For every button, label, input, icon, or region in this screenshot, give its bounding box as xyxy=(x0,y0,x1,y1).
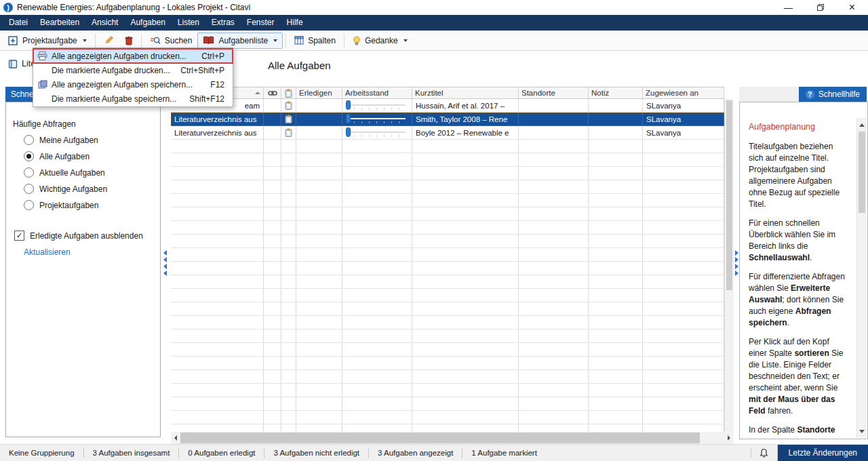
column-header-zugewiesen[interactable]: Zugewiesen an xyxy=(643,87,724,98)
add-task-icon xyxy=(8,36,18,45)
menubar-item-extras[interactable]: Extras xyxy=(205,15,241,31)
help-question-icon: ? xyxy=(806,90,814,99)
citavi-window: ) Renewable Energies: Aufgabenplanung - … xyxy=(0,0,868,461)
menubar-item-datei[interactable]: Datei xyxy=(3,15,34,31)
slider-thumb[interactable] xyxy=(346,100,351,110)
menu-item-alle-speichern[interactable]: Alle angezeigten Aufgaben speichern... F… xyxy=(33,77,233,92)
table-header: Erledigen Arbeitsstand Kurztitel Standor… xyxy=(171,87,724,99)
bell-icon xyxy=(760,448,768,458)
menubar-item-listen[interactable]: Listen xyxy=(172,15,205,31)
progress-slider[interactable] xyxy=(342,126,412,139)
scroll-right-arrow[interactable] xyxy=(724,432,734,444)
suchen-button[interactable]: Suchen xyxy=(144,33,198,49)
menu-item-markierte-speichern[interactable]: Die markierte Aufgabe speichern... Shift… xyxy=(33,92,233,106)
aufgabenliste-button[interactable]: Aufgabenliste xyxy=(197,33,283,49)
menubar-item-ansicht[interactable]: Ansicht xyxy=(85,15,124,31)
status-markiert: 1 Aufgabe markiert xyxy=(462,449,546,457)
scroll-left-arrow[interactable] xyxy=(171,432,180,444)
menu-item-alle-drucken[interactable]: Alle angezeigten Aufgaben drucken... Ctr… xyxy=(33,49,233,63)
vertical-scrollbar[interactable] xyxy=(724,99,734,432)
menubar-item-hilfe[interactable]: Hilfe xyxy=(281,15,309,31)
status-gruppierung: Keine Gruppierung xyxy=(0,449,83,457)
shortcut-label: F12 xyxy=(210,80,224,89)
close-button[interactable]: × xyxy=(836,0,868,15)
radio-projektaufgaben[interactable]: Projektaufgaben xyxy=(24,200,160,210)
spalten-button[interactable]: Spalten xyxy=(289,33,341,49)
toolbar-separator xyxy=(285,34,286,47)
shortcut-label: Shift+F12 xyxy=(189,94,224,104)
sort-ascending-icon xyxy=(255,92,260,94)
table-row[interactable]: Literaturverzeichnis aus Smith, Taylor 2… xyxy=(171,113,724,126)
menu-bar: Datei Bearbeiten Ansicht Aufgaben Listen… xyxy=(0,15,868,31)
column-header-standorte[interactable]: Standorte xyxy=(519,87,589,98)
clipboard-icon xyxy=(285,128,292,137)
help-paragraph: Titelaufgaben beziehen sich auf einzelne… xyxy=(749,141,847,210)
right-splitter-handle[interactable] xyxy=(735,250,738,276)
menubar-item-bearbeiten[interactable]: Bearbeiten xyxy=(34,15,85,31)
group-label: Häufige Abfragen xyxy=(13,119,160,129)
help-title: Aufgabenplanung xyxy=(749,121,847,134)
column-header-erledigen[interactable]: Erledigen xyxy=(296,87,342,98)
schnellauswahl-panel: Häufige Abfragen Meine Aufgaben Alle Auf… xyxy=(5,102,161,437)
scrollbar-thumb[interactable] xyxy=(180,433,700,443)
table-row[interactable]: eam Hussain, Arif et al. 2017 – SLavanya xyxy=(171,99,724,113)
clipboard-icon xyxy=(285,115,292,123)
toolbar-separator xyxy=(344,34,344,47)
radio-icon xyxy=(24,135,34,145)
notifications-button[interactable] xyxy=(751,445,777,461)
letzte-aenderungen-button[interactable]: Letzte Änderungen xyxy=(777,445,868,461)
scroll-down-arrow[interactable] xyxy=(857,426,867,437)
radio-alle-aufgaben[interactable]: Alle Aufgaben xyxy=(24,151,160,161)
restore-icon xyxy=(817,4,824,11)
radio-meine-aufgaben[interactable]: Meine Aufgaben xyxy=(24,135,160,145)
delete-task-button[interactable] xyxy=(119,33,138,49)
scrollbar-thumb[interactable] xyxy=(859,132,865,213)
scrollbar-thumb[interactable] xyxy=(726,100,732,290)
projektaufgabe-button[interactable]: Projektaufgabe xyxy=(3,33,92,49)
progress-slider[interactable] xyxy=(342,113,412,125)
slider-thumb[interactable] xyxy=(346,114,351,123)
left-splitter-handle[interactable] xyxy=(163,250,167,276)
trash-icon xyxy=(125,36,133,45)
aktualisieren-link[interactable]: Aktualisieren xyxy=(24,247,160,257)
gedanke-button[interactable]: Gedanke xyxy=(347,33,413,49)
scroll-up-arrow[interactable] xyxy=(857,119,867,130)
menu-item-markierte-drucken[interactable]: Die markierte Aufgabe drucken... Ctrl+Sh… xyxy=(33,63,233,77)
column-header-arbeitsstand[interactable]: Arbeitsstand xyxy=(342,87,412,98)
help-paragraph: Für differenzierte Abfragen wählen Sie E… xyxy=(749,271,847,329)
help-paragraph: Für einen schnellen Überblick wählen Sie… xyxy=(749,218,847,264)
edit-task-button[interactable] xyxy=(98,32,119,49)
menubar-item-fenster[interactable]: Fenster xyxy=(241,15,281,31)
aufgabenliste-dropdown-menu: Alle angezeigten Aufgaben drucken... Ctr… xyxy=(33,47,233,107)
help-scrollbar[interactable] xyxy=(856,118,867,438)
radio-wichtige-aufgaben[interactable]: Wichtige Aufgaben xyxy=(24,184,160,194)
restore-button[interactable] xyxy=(804,0,836,15)
help-content: Aufgabenplanung Titelaufgaben beziehen s… xyxy=(749,102,847,437)
radio-icon xyxy=(24,184,34,194)
radio-icon xyxy=(24,167,34,178)
column-header-notizblatt[interactable] xyxy=(281,87,296,98)
save-icon xyxy=(33,80,52,89)
status-nicht-erledigt: 3 Aufgaben nicht erledigt xyxy=(264,449,368,457)
status-insgesamt: 3 Aufgaben insgesamt xyxy=(84,449,179,457)
search-icon xyxy=(150,36,161,45)
radio-aktuelle-aufgaben[interactable]: Aktuelle Aufgaben xyxy=(24,167,160,178)
minimize-button[interactable]: — xyxy=(772,0,804,15)
checkbox-erledigte-ausblenden[interactable]: Erledigte Aufgaben ausblenden xyxy=(14,230,160,241)
tab-literatur[interactable]: Lite xyxy=(8,59,35,68)
help-paragraph: In der Spalte Standorte werden nur Bibli… xyxy=(749,424,847,437)
column-header-link[interactable] xyxy=(264,87,281,98)
status-angezeigt: 3 Aufgaben angezeigt xyxy=(369,449,462,457)
toolbar-separator xyxy=(141,34,142,47)
tab-schnellhilfe[interactable]: ? Schnellhilfe xyxy=(799,87,867,102)
horizontal-scrollbar[interactable] xyxy=(171,432,734,444)
radio-icon xyxy=(24,151,34,161)
menubar-item-aufgaben[interactable]: Aufgaben xyxy=(124,15,171,31)
progress-slider[interactable] xyxy=(342,99,412,112)
table-row[interactable]: Literaturverzeichnis aus Boyle 2012 – Re… xyxy=(171,126,724,140)
column-header-notiz[interactable]: Notiz xyxy=(589,87,643,98)
book-icon xyxy=(8,60,18,68)
slider-thumb[interactable] xyxy=(346,127,351,137)
task-table: Erledigen Arbeitsstand Kurztitel Standor… xyxy=(171,87,734,444)
column-header-kurztitel[interactable]: Kurztitel xyxy=(412,87,519,98)
